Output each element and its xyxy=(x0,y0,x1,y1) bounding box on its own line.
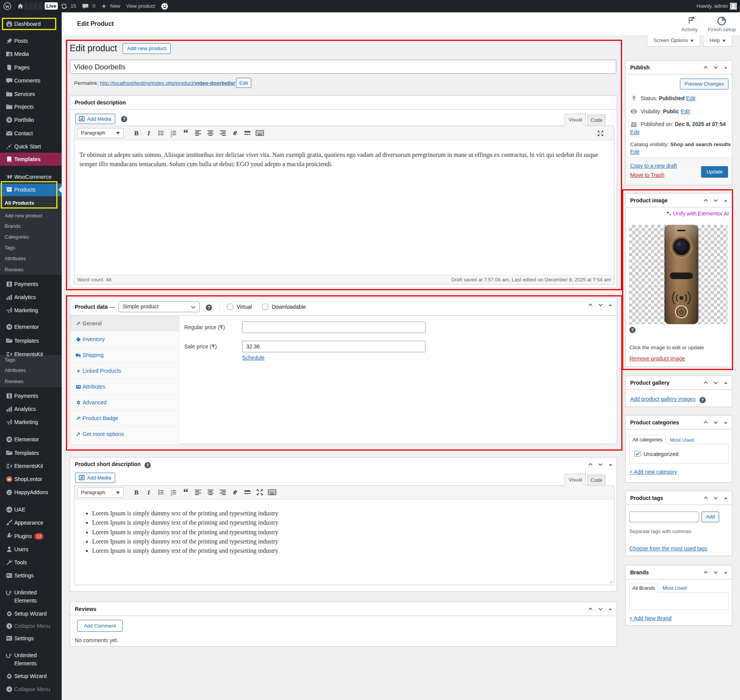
svg-text:UE: UE xyxy=(7,508,12,512)
svg-text:3: 3 xyxy=(171,135,172,137)
svg-text:$: $ xyxy=(8,282,10,286)
svg-text:B: B xyxy=(134,489,138,496)
svg-text:3: 3 xyxy=(171,494,172,496)
svg-text:I: I xyxy=(147,130,150,137)
svg-text:W: W xyxy=(5,4,10,9)
svg-text:W: W xyxy=(8,478,11,481)
svg-text:“: “ xyxy=(183,129,188,137)
svg-text:“: “ xyxy=(183,488,188,496)
svg-text:I: I xyxy=(147,489,150,496)
svg-text:$: $ xyxy=(8,394,10,398)
svg-text:B: B xyxy=(134,130,138,137)
